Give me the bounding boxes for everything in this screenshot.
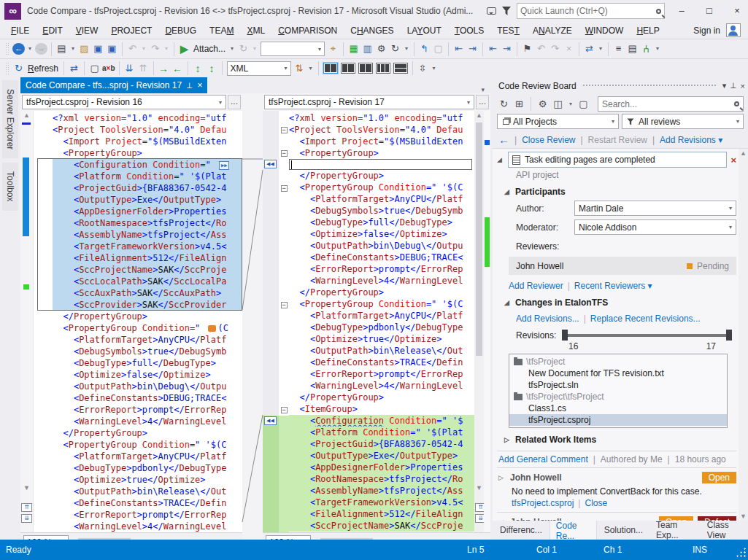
code-line[interactable]: <Platform Condition=" '$(Plat <box>53 171 242 182</box>
code-line[interactable]: <WarningLevel>4</WarningLevel <box>53 416 242 427</box>
code-line[interactable]: <Platform Condition=" '$(Plat <box>289 427 474 438</box>
fold-cell[interactable]: − <box>279 299 289 311</box>
apply-change-to-left-icon[interactable]: ◀◀ <box>264 160 277 168</box>
code-line[interactable]: </PropertyGroup> <box>53 311 242 322</box>
chevron-down-icon[interactable]: ▾ <box>467 99 470 106</box>
fold-cell[interactable]: − <box>279 182 289 194</box>
fold-collapse-icon[interactable]: − <box>281 185 288 192</box>
right-vertical-scrollbar[interactable]: ▲ ▼ ⇈ ⇊ <box>474 111 484 532</box>
code-line[interactable]: <Import Project="$(MSBuildExten <box>53 136 242 147</box>
right-browse-button[interactable]: ... <box>476 95 489 109</box>
code-line[interactable]: <Optimize>false</Optimize> <box>289 228 474 240</box>
code-line[interactable]: <Configuration Condition=" '$ <box>289 415 474 427</box>
review-filter-combo[interactable]: All reviews ▾ <box>622 114 744 129</box>
apply-change-to-left-icon[interactable]: ◀◀ <box>264 416 277 425</box>
add-revisions-dialog-link[interactable]: Add Revisions... <box>516 314 579 324</box>
next-difference-button[interactable]: ⇊ <box>21 514 32 523</box>
overflow2-caret-icon[interactable]: ▾ <box>431 62 438 75</box>
chevron-down-icon[interactable]: ▾ <box>219 99 222 106</box>
code-line[interactable]: <DefineConstants>TRACE</Defin <box>289 357 474 368</box>
revision-range-slider[interactable] <box>562 330 732 341</box>
scroll-down-icon[interactable]: ▼ <box>739 513 748 520</box>
overflow-caret-icon[interactable]: ▾ <box>307 62 315 75</box>
left-diff-map[interactable]: ▲ ▼ ⇈ ⇊ <box>20 111 34 532</box>
prev-bookmark-icon[interactable]: ↶ <box>535 42 547 55</box>
fold-collapse-icon[interactable]: − <box>281 302 288 308</box>
scroll-down-icon[interactable]: ▼ <box>474 484 484 491</box>
code-line[interactable]: <DebugType>full</DebugType> <box>289 217 474 228</box>
add-revisions-link[interactable]: Add Revisions ▾ <box>660 135 722 145</box>
nav-back-icon[interactable]: ← <box>12 43 25 55</box>
code-line[interactable]: <PropertyGroup Condition=" '$(C <box>53 439 242 451</box>
code-line[interactable]: <?xml version="1.0" encoding="utf <box>289 112 474 124</box>
sync-icon[interactable]: ↻ <box>389 42 401 55</box>
layout-two-pane-icon[interactable] <box>323 63 338 74</box>
review-search-input[interactable] <box>602 99 734 109</box>
word-level-diff-icon[interactable]: a×b <box>102 62 115 75</box>
settings-gear-icon[interactable]: ⚙ <box>375 42 388 55</box>
next-bookmark-icon[interactable]: ↷ <box>549 42 561 55</box>
file-list-item[interactable]: New Document for TFS revision.txt <box>509 368 727 379</box>
code-line[interactable]: </PropertyGroup> <box>53 427 242 439</box>
diff-map-marker[interactable] <box>485 140 490 145</box>
file-list-item[interactable]: tfsProject.sln <box>509 379 727 391</box>
code-line[interactable]: <AssemblyName>tfsProject</Ass <box>53 229 242 241</box>
code-line[interactable]: <DefineConstants>DEBUG;TRACE< <box>53 392 242 404</box>
next-difference-icon[interactable]: ⇊ <box>123 62 136 75</box>
review-comment[interactable]: ▷John HowellOpenNo need to implement Con… <box>497 468 736 513</box>
code-line[interactable]: </PropertyGroup> <box>289 287 474 298</box>
undo-caret-icon[interactable]: ▾ <box>140 42 147 55</box>
code-line[interactable]: <OutputPath>bin\Release\</Out <box>53 486 242 497</box>
code-line[interactable]: <PropertyGroup Condition=" '$(C <box>289 298 474 310</box>
refresh-label[interactable]: Refresh <box>28 63 58 74</box>
sidebar-tab-server-explorer[interactable]: Server Explorer <box>2 80 18 158</box>
compare-windows-icon[interactable]: ▢ <box>88 62 101 75</box>
preview-screen-icon[interactable]: ▦ <box>347 42 360 55</box>
account-avatar-icon[interactable] <box>726 23 741 37</box>
new-review-icon[interactable]: ⊞ <box>513 98 525 111</box>
menu-team[interactable]: TEAM <box>203 23 240 38</box>
bottom-tab-solution[interactable]: Solution... <box>598 522 649 538</box>
code-line[interactable]: <Project ToolsVersion="4.0" Defau <box>289 124 474 136</box>
collapsed-diff-placeholder[interactable] <box>289 159 472 170</box>
fold-cell[interactable]: − <box>279 404 289 416</box>
authored-by-me-filter[interactable]: Authored by Me <box>601 454 663 464</box>
save-icon[interactable]: ▣ <box>92 42 104 55</box>
code-line[interactable]: <ErrorReport>prompt</ErrorRep <box>53 509 242 521</box>
scroll-up-icon[interactable]: ▲ <box>474 112 484 119</box>
code-line[interactable]: <Project ToolsVersion="4.0" Defau <box>53 124 242 136</box>
review-comment[interactable]: ◢John HowellOpenDefectYou should specify… <box>497 513 736 521</box>
slider-track[interactable] <box>568 334 726 337</box>
code-line[interactable]: </PropertyGroup> <box>289 392 474 403</box>
attach-caret-icon[interactable]: ▾ <box>228 42 236 55</box>
board-refresh-icon[interactable]: ↻ <box>498 98 510 111</box>
code-line[interactable]: <WarningLevel>4</WarningLevel <box>289 380 474 392</box>
code-line[interactable]: <SccProjectName>SAK</SccProje <box>289 520 474 532</box>
copy-to-left-icon[interactable]: ← <box>171 62 184 75</box>
task-list-icon[interactable]: ≡ <box>612 42 625 55</box>
diff-map-changed-marker[interactable] <box>23 158 29 236</box>
code-line[interactable]: <DebugType>pdbonly</DebugType <box>53 462 242 474</box>
right-diff-map[interactable] <box>484 111 490 532</box>
undo-icon[interactable]: ↶ <box>126 42 139 55</box>
code-line[interactable]: <SccAuxPath>SAK</SccAuxPath> <box>53 287 242 299</box>
code-line[interactable]: <SccLocalPath>SAK</SccLocalPa <box>53 276 242 287</box>
panel-pin-icon[interactable]: ⟂ <box>730 81 736 90</box>
nav-back-caret-icon[interactable]: ▾ <box>26 42 34 55</box>
outdent-icon[interactable]: ⇤ <box>452 42 465 55</box>
code-line[interactable]: <AppDesignerFolder>Properties <box>53 206 242 217</box>
tab-list-caret-icon[interactable]: ▾ <box>475 86 490 93</box>
maximize-button[interactable]: □ <box>698 1 720 20</box>
menu-layout[interactable]: LAYOUT <box>401 23 448 38</box>
chevron-down-icon[interactable]: ▾ <box>612 118 614 125</box>
file-list-item[interactable]: Class1.cs <box>509 402 727 414</box>
code-line[interactable]: <PlatformTarget>AnyCPU</Platf <box>289 310 474 322</box>
code-line[interactable]: <Configuration Condition=" ▶▶ <box>53 159 242 171</box>
layout-right-focus-icon[interactable] <box>358 63 373 74</box>
menu-tools[interactable]: TOOLS <box>448 23 490 38</box>
fold-collapse-icon[interactable]: − <box>281 407 288 413</box>
attach-label[interactable]: Attach... <box>193 44 225 54</box>
start-debug-icon[interactable]: ▶ <box>178 42 190 55</box>
bottom-tab-differenc[interactable]: Differenc... <box>494 522 548 538</box>
scroll-up-icon[interactable]: ▲ <box>739 149 748 157</box>
